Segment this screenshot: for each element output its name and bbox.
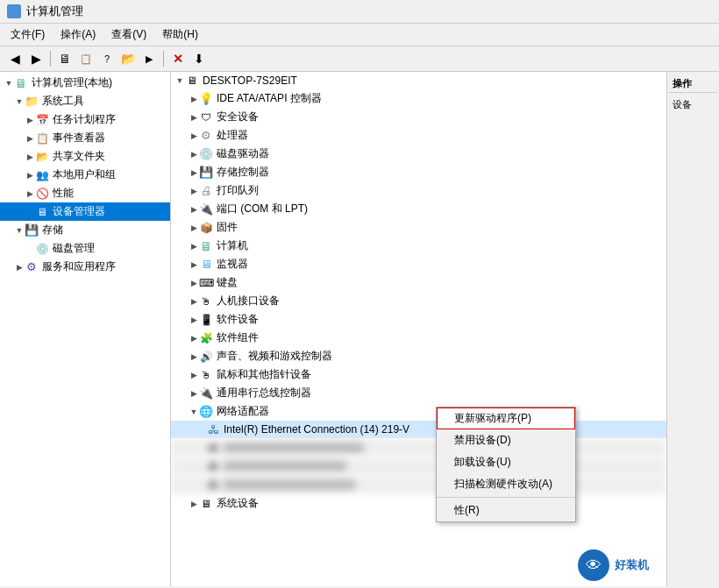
device-mgr-icon: 🖥 — [35, 205, 49, 219]
blurred2-icon: 🖧 — [206, 459, 220, 473]
tree-item-mouse[interactable]: ▶ 🖱 鼠标和其他指针设备 — [171, 365, 666, 384]
port-icon: 🔌 — [199, 202, 213, 216]
sidebar-root[interactable]: ▼ 🖥 计算机管理(本地) — [0, 74, 170, 92]
context-menu-properties[interactable]: 性(R) — [437, 499, 575, 521]
storagectrl-icon: 💾 — [199, 166, 213, 180]
sidebar-storage-label: 存储 — [42, 223, 63, 237]
back-button[interactable]: ◀ — [5, 49, 25, 68]
right-panel-title: 操作 — [669, 75, 717, 93]
tree-audio-label: 声音、视频和游戏控制器 — [217, 349, 332, 364]
print-arrow: ▶ — [189, 187, 199, 195]
folder-button[interactable]: 📂 — [118, 49, 138, 68]
swcomponent-arrow: ▶ — [189, 334, 199, 343]
tree-swcomponent-label: 软件组件 — [217, 330, 259, 345]
tree-root[interactable]: ▼ 🖥 DESKTOP-7S29EIT — [171, 72, 666, 89]
computer-tree-icon: 🖥 — [199, 239, 213, 253]
swdevice-icon: 📱 — [199, 313, 213, 327]
security-arrow: ▶ — [189, 113, 199, 122]
tree-item-ide[interactable]: ▶ 💡 IDE ATA/ATAPI 控制器 — [171, 89, 666, 108]
computer-button[interactable]: 🖥 — [55, 49, 75, 68]
tree-item-network[interactable]: ▼ 🌐 网络适配器 — [171, 402, 666, 421]
sidebar-item-eventviewer[interactable]: ▶ 📋 事件查看器 — [0, 129, 170, 147]
menu-action[interactable]: 操作(A) — [53, 25, 103, 44]
context-menu-uninstall[interactable]: 卸载设备(U) — [437, 451, 575, 473]
tree-item-port[interactable]: ▶ 🔌 端口 (COM 和 LPT) — [171, 200, 666, 218]
root-arrow: ▼ — [4, 79, 14, 88]
network-icon: 🌐 — [199, 405, 213, 419]
window-title: 计算机管理 — [26, 4, 83, 19]
context-menu-disable[interactable]: 禁用设备(D) — [437, 429, 575, 451]
blurred3-bar — [224, 479, 355, 490]
tree-item-monitor[interactable]: ▶ 🖥 监视器 — [171, 255, 666, 273]
sidebar-event-label: 事件查看器 — [53, 131, 105, 145]
app-icon — [7, 4, 21, 18]
network-arrow: ▼ — [189, 407, 199, 416]
menu-view[interactable]: 查看(V) — [104, 25, 153, 44]
tree-item-blurred2: 🖧 — [171, 457, 666, 475]
sidebar-item-performance[interactable]: ▶ 🚫 性能 — [0, 184, 170, 202]
close-button[interactable]: ✕ — [168, 49, 188, 68]
sidebar-shared-label: 共享文件夹 — [53, 149, 105, 164]
swcomponent-icon: 🧩 — [199, 331, 213, 345]
blurred1-icon: 🖧 — [206, 441, 220, 455]
tree-item-cpu[interactable]: ▶ ⚙ 处理器 — [171, 126, 666, 145]
mouse-arrow: ▶ — [189, 371, 199, 379]
tree-item-swcomponent[interactable]: ▶ 🧩 软件组件 — [171, 329, 666, 347]
tree-ide-label: IDE ATA/ATAPI 控制器 — [217, 91, 322, 106]
context-menu-update-driver[interactable]: 更新驱动程序(P) — [437, 407, 575, 429]
systemtools-arrow: ▼ — [14, 97, 25, 106]
sidebar-item-storage[interactable]: ▼ 💾 存储 — [0, 221, 170, 239]
down-button[interactable]: ⬇ — [189, 49, 209, 68]
tree-monitor-label: 监视器 — [217, 257, 248, 272]
run-button[interactable]: ▶ — [139, 49, 159, 68]
tree-root-label: DESKTOP-7S29EIT — [203, 74, 297, 87]
tree-item-hid[interactable]: ▶ 🖱 人机接口设备 — [171, 292, 666, 310]
sidebar-item-localusers[interactable]: ▶ 👥 本地用户和组 — [0, 166, 170, 184]
sidebar-item-sharedfolders[interactable]: ▶ 📂 共享文件夹 — [0, 147, 170, 166]
sidebar-item-services[interactable]: ▶ ⚙ 服务和应用程序 — [0, 258, 170, 276]
watermark: 👁 好装机 — [578, 549, 649, 581]
tree-item-swdevice[interactable]: ▶ 📱 软件设备 — [171, 310, 666, 329]
tree-item-audio[interactable]: ▶ 🔊 声音、视频和游戏控制器 — [171, 347, 666, 365]
tree-item-disk[interactable]: ▶ 💿 磁盘驱动器 — [171, 145, 666, 163]
tree-item-sysdev[interactable]: ▶ 🖥 系统设备 — [171, 494, 666, 513]
sidebar-item-diskmanagement[interactable]: 💿 磁盘管理 — [0, 239, 170, 258]
event-arrow: ▶ — [25, 134, 35, 143]
forward-button[interactable]: ▶ — [26, 49, 46, 68]
tree-item-security[interactable]: ▶ 🛡 安全设备 — [171, 108, 666, 126]
task-icon: 📅 — [35, 113, 49, 127]
tree-item-computer[interactable]: ▶ 🖥 计算机 — [171, 237, 666, 255]
tree-item-firmware[interactable]: ▶ 📦 固件 — [171, 218, 666, 237]
content-pane: ▼ 🖥 DESKTOP-7S29EIT ▶ 💡 IDE ATA/ATAPI 控制… — [171, 72, 666, 586]
sidebar-item-systemtools[interactable]: ▼ 📁 系统工具 — [0, 92, 170, 110]
keyboard-icon: ⌨ — [199, 276, 213, 290]
toolbar: ◀ ▶ 🖥 📋 ? 📂 ▶ ✕ ⬇ — [0, 46, 719, 72]
services-arrow: ▶ — [14, 263, 25, 272]
mouse-icon: 🖱 — [199, 368, 213, 382]
tree-item-intel-eth[interactable]: 🖧 Intel(R) Ethernet Connection (14) 219-… — [171, 421, 666, 438]
sysdev-arrow: ▶ — [189, 499, 199, 508]
menu-help[interactable]: 帮助(H) — [155, 25, 205, 44]
tree-item-storagectrl[interactable]: ▶ 💾 存储控制器 — [171, 163, 666, 181]
tree-disk-label: 磁盘驱动器 — [217, 146, 269, 161]
menu-file[interactable]: 文件(F) — [4, 25, 52, 44]
audio-arrow: ▶ — [189, 352, 199, 361]
main-area: ▼ 🖥 计算机管理(本地) ▼ 📁 系统工具 ▶ 📅 任务计划程序 ▶ 📋 事件… — [0, 72, 719, 586]
properties-button[interactable]: 📋 — [76, 49, 96, 68]
sidebar-item-taskscheduler[interactable]: ▶ 📅 任务计划程序 — [0, 110, 170, 129]
tree-item-print[interactable]: ▶ 🖨 打印队列 — [171, 181, 666, 200]
help-button[interactable]: ? — [97, 49, 117, 68]
root-content-arrow: ▼ — [174, 76, 185, 85]
disk-tree-arrow: ▶ — [189, 150, 199, 159]
tree-network-label: 网络适配器 — [217, 404, 269, 419]
context-menu-scan[interactable]: 扫描检测硬件改动(A) — [437, 473, 575, 495]
sidebar-users-label: 本地用户和组 — [53, 167, 116, 182]
perf-arrow: ▶ — [25, 189, 35, 198]
sidebar-perf-label: 性能 — [53, 186, 74, 201]
tree-item-usb[interactable]: ▶ 🔌 通用串行总线控制器 — [171, 384, 666, 402]
tree-security-label: 安全设备 — [217, 110, 259, 124]
sidebar-item-devicemanager[interactable]: 🖥 设备管理器 — [0, 202, 170, 221]
port-arrow: ▶ — [189, 205, 199, 214]
tree-item-keyboard[interactable]: ▶ ⌨ 键盘 — [171, 273, 666, 292]
sidebar: ▼ 🖥 计算机管理(本地) ▼ 📁 系统工具 ▶ 📅 任务计划程序 ▶ 📋 事件… — [0, 72, 171, 586]
